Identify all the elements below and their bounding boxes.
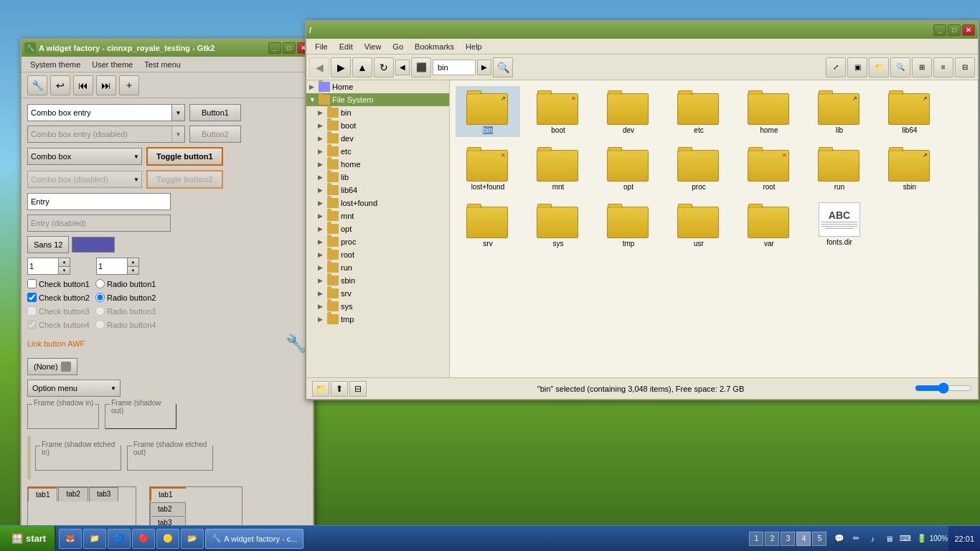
- combo-entry-field[interactable]: ▼: [27, 104, 185, 121]
- file-item-lib[interactable]: ↗ lib: [807, 86, 872, 137]
- file-menu-bookmarks[interactable]: Bookmarks: [409, 41, 460, 52]
- search-btn2[interactable]: 🔍: [890, 57, 910, 77]
- up-button[interactable]: ▲: [352, 57, 372, 77]
- spinbox1-up[interactable]: ▲: [59, 258, 70, 267]
- sidebar-lib64[interactable]: ▶ lib64: [306, 184, 449, 197]
- status-btn3[interactable]: ⊟: [349, 381, 367, 397]
- file-item-etc[interactable]: etc: [666, 86, 731, 137]
- file-item-home[interactable]: home: [737, 86, 801, 137]
- spinbox2[interactable]: ▲ ▼: [96, 258, 139, 275]
- toolbar-undo-btn[interactable]: ↩: [50, 75, 70, 95]
- file-item-srv[interactable]: srv: [456, 199, 520, 250]
- sidebar-bin[interactable]: ▶ bin: [306, 106, 449, 119]
- sidebar-mnt[interactable]: ▶ mnt: [306, 209, 449, 222]
- file-item-proc[interactable]: proc: [666, 143, 731, 194]
- radio1-radio[interactable]: [95, 279, 105, 288]
- spinbox1-down[interactable]: ▼: [59, 267, 70, 275]
- desk-4[interactable]: 4: [796, 532, 811, 546]
- file-item-sys[interactable]: sys: [526, 199, 590, 250]
- menu-test-menu[interactable]: Test menu: [138, 59, 187, 70]
- sidebar-etc[interactable]: ▶ etc: [306, 145, 449, 158]
- radio2-radio[interactable]: [95, 293, 105, 302]
- file-menu-view[interactable]: View: [359, 41, 387, 52]
- file-item-dev[interactable]: dev: [596, 86, 661, 137]
- file-item-var[interactable]: var: [737, 199, 801, 250]
- zoom-range[interactable]: [915, 382, 972, 394]
- file-item-bin[interactable]: ↗ bin: [456, 86, 520, 137]
- list-view-btn[interactable]: ≡: [933, 57, 953, 77]
- home-nav-btn[interactable]: ⬛: [411, 57, 431, 77]
- column-view-btn[interactable]: ⊟: [955, 57, 975, 77]
- file-menu-go[interactable]: Go: [387, 41, 409, 52]
- toolbar-icon-btn[interactable]: 🔧: [27, 75, 47, 95]
- combo-box-select[interactable]: Combo box: [27, 148, 142, 165]
- start-button[interactable]: 🪟 start: [0, 526, 56, 552]
- sidebar-filesystem[interactable]: ▼ File System: [306, 93, 449, 106]
- file-item-lib64[interactable]: ↗ lib64: [877, 86, 942, 137]
- zoom-slider[interactable]: [915, 382, 972, 395]
- view-toggle-btn[interactable]: ▣: [847, 57, 867, 77]
- file-menu-file[interactable]: File: [309, 41, 334, 52]
- font-button[interactable]: Sans 12: [27, 236, 69, 253]
- taskbar-misc2-icon[interactable]: 🔴: [132, 529, 155, 549]
- file-item-opt[interactable]: opt: [596, 143, 661, 194]
- spinbox2-down[interactable]: ▼: [128, 267, 138, 275]
- tab2c-header[interactable]: tab2: [150, 502, 186, 515]
- nav-right-btn[interactable]: ▶: [477, 60, 491, 75]
- nav-left-btn[interactable]: ◀: [395, 60, 410, 75]
- sidebar-lib[interactable]: ▶ lib: [306, 171, 449, 184]
- tab1c-header[interactable]: tab1: [150, 487, 186, 501]
- sidebar-boot[interactable]: ▶ boot: [306, 119, 449, 132]
- status-btn1[interactable]: 📁: [312, 381, 329, 397]
- back-button[interactable]: ◀: [309, 57, 329, 77]
- check2-checkbox[interactable]: [27, 293, 37, 302]
- sidebar-tmp[interactable]: ▶ tmp: [306, 313, 449, 326]
- reload-button[interactable]: ↻: [374, 57, 394, 77]
- zoom-fit-btn[interactable]: ⤢: [826, 57, 846, 77]
- file-item-fontsdir[interactable]: ABC fonts.dir: [807, 199, 872, 250]
- file-item-mnt[interactable]: mnt: [526, 143, 590, 194]
- minimize-button[interactable]: _: [268, 42, 281, 54]
- file-menu-help[interactable]: Help: [460, 41, 488, 52]
- menu-system-theme[interactable]: System theme: [24, 59, 86, 70]
- desk-2[interactable]: 2: [765, 532, 779, 546]
- file-item-root[interactable]: ✕ root: [737, 143, 801, 194]
- new-folder-btn[interactable]: 📁: [869, 57, 889, 77]
- spinbox2-up[interactable]: ▲: [128, 258, 138, 267]
- combo-entry-input[interactable]: [28, 105, 171, 121]
- tab3-header[interactable]: tab3: [89, 487, 118, 501]
- spinbox1[interactable]: ▲ ▼: [27, 258, 70, 275]
- toolbar-last-btn[interactable]: ⏭: [96, 75, 116, 95]
- status-btn2[interactable]: ⬆: [331, 381, 348, 397]
- sidebar-opt[interactable]: ▶ opt: [306, 222, 449, 235]
- taskbar-browser-icon[interactable]: 🦊: [59, 529, 82, 549]
- taskbar-active-item[interactable]: 🔧 A widget factory - c...: [205, 529, 303, 549]
- file-menu-edit[interactable]: Edit: [334, 41, 359, 52]
- color-swatch[interactable]: [72, 237, 115, 253]
- sidebar-lost-found[interactable]: ▶ lost+found: [306, 197, 449, 209]
- menu-user-theme[interactable]: User theme: [86, 59, 138, 70]
- check1-checkbox[interactable]: [27, 279, 37, 288]
- taskbar-misc1-icon[interactable]: 🔵: [108, 529, 131, 549]
- file-item-usr[interactable]: usr: [666, 199, 731, 250]
- spinbox2-input[interactable]: [97, 258, 127, 274]
- file-minimize-button[interactable]: _: [933, 24, 946, 36]
- file-maximize-button[interactable]: □: [948, 24, 961, 36]
- sidebar-dev[interactable]: ▶ dev: [306, 132, 449, 145]
- file-item-tmp[interactable]: tmp: [596, 199, 661, 250]
- toggle-button1[interactable]: Toggle button1: [146, 147, 223, 166]
- sidebar-srv[interactable]: ▶ srv: [306, 287, 449, 300]
- location-entry[interactable]: bin: [433, 60, 476, 75]
- toolbar-add-btn[interactable]: ＋: [119, 75, 139, 95]
- entry-input[interactable]: [27, 193, 171, 210]
- button1[interactable]: Button1: [189, 104, 241, 121]
- forward-button[interactable]: ▶: [331, 57, 351, 77]
- desk-3[interactable]: 3: [781, 532, 795, 546]
- desk-5[interactable]: 5: [812, 532, 826, 546]
- tab2-header[interactable]: tab2: [58, 487, 88, 501]
- file-item-lostfound[interactable]: ✕ lost+found: [456, 143, 520, 194]
- sidebar-run[interactable]: ▶ run: [306, 261, 449, 274]
- combo-entry-arrow[interactable]: ▼: [171, 105, 184, 121]
- file-close-button[interactable]: ✕: [962, 24, 975, 36]
- sidebar-home[interactable]: ▶ Home: [306, 80, 449, 93]
